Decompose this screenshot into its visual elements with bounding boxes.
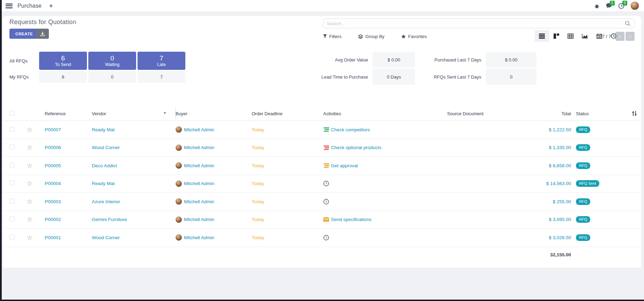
vendor-link[interactable]: Deco Addict	[92, 163, 176, 168]
rfq-table-row[interactable]: ☆ P00006 Wood Corner Mitchell Admin Toda…	[3, 139, 641, 157]
activity-cell[interactable]: Send specifications	[323, 217, 428, 222]
row-checkbox[interactable]	[10, 181, 15, 185]
row-checkbox[interactable]	[10, 235, 15, 240]
buyer-cell[interactable]: Mitchell Admin	[176, 198, 252, 205]
activity-cell[interactable]	[323, 181, 428, 186]
favorite-star-icon[interactable]: ☆	[27, 162, 32, 169]
group-by-button[interactable]: Group By	[358, 34, 384, 39]
buyer-cell[interactable]: Mitchell Admin	[176, 162, 252, 169]
vendor-link[interactable]: Ready Mat	[92, 181, 176, 186]
kpi-my-to-send[interactable]: 6	[39, 71, 87, 83]
activity-view-button[interactable]	[606, 30, 621, 42]
activity-icon[interactable]	[323, 199, 329, 205]
activity-icon[interactable]	[323, 181, 329, 186]
reference-link[interactable]: P00001	[45, 235, 92, 240]
header-total[interactable]: Total	[533, 111, 571, 116]
filters-button[interactable]: Filters	[323, 34, 341, 39]
graph-view-button[interactable]	[578, 30, 592, 42]
rfq-table-row[interactable]: ☆ P00005 Deco Addict Mitchell Admin Toda…	[3, 157, 641, 175]
activity-icon[interactable]	[323, 235, 329, 241]
activity-cell[interactable]: Check competitors	[323, 127, 428, 132]
header-order-deadline[interactable]: Order Deadline	[252, 111, 323, 116]
header-vendor[interactable]: Vendor ▾	[92, 107, 176, 120]
row-checkbox[interactable]	[10, 163, 15, 168]
activities-clock-icon[interactable]: 9	[618, 3, 624, 9]
reference-link[interactable]: P00005	[45, 163, 92, 168]
rfq-table-row[interactable]: ☆ P00007 Ready Mat Mitchell Admin Today …	[3, 121, 641, 139]
search-icon[interactable]	[625, 21, 631, 27]
messages-icon[interactable]: 5	[606, 3, 612, 9]
rfq-table-row[interactable]: ☆ P00002 Gemini Furniture Mitchell Admin…	[3, 211, 641, 229]
list-view-button[interactable]	[535, 30, 549, 42]
vendor-link[interactable]: Ready Mat	[92, 127, 176, 132]
header-status[interactable]: Status	[571, 111, 602, 116]
apps-menu-icon[interactable]	[6, 3, 13, 8]
calendar-view-button[interactable]	[592, 30, 606, 42]
sort-caret-icon: ▾	[164, 111, 166, 115]
export-button[interactable]	[36, 29, 49, 39]
activity-icon[interactable]	[323, 145, 329, 150]
rfq-table-row[interactable]: ☆ P00003 Azure Interior Mitchell Admin T…	[3, 193, 641, 211]
row-checkbox[interactable]	[10, 216, 15, 221]
activity-label[interactable]: Check optional products	[331, 145, 382, 150]
activity-cell[interactable]	[323, 235, 428, 241]
activity-cell[interactable]: Check optional products	[323, 145, 428, 150]
favorite-star-icon[interactable]: ☆	[27, 198, 32, 205]
reference-link[interactable]: P00002	[45, 217, 92, 222]
reference-link[interactable]: P00007	[45, 127, 92, 132]
rfq-table-row[interactable]: ☆ P00004 Ready Mat Mitchell Admin Today …	[3, 175, 641, 193]
row-checkbox[interactable]	[10, 127, 15, 132]
pager-next-button[interactable]: ›	[626, 32, 635, 41]
create-button[interactable]: CREATE	[9, 29, 39, 39]
vendor-link[interactable]: Azure Interior	[92, 199, 176, 204]
kpi-late-card[interactable]: 7 Late	[138, 52, 185, 70]
row-checkbox[interactable]	[10, 199, 15, 204]
reference-link[interactable]: P00006	[45, 145, 92, 150]
search-input[interactable]	[327, 21, 625, 26]
buyer-cell[interactable]: Mitchell Admin	[176, 216, 252, 223]
header-activities[interactable]: Activities	[323, 111, 428, 116]
bug-icon[interactable]	[594, 3, 600, 9]
row-checkbox[interactable]	[10, 145, 15, 149]
reference-link[interactable]: P00004	[45, 181, 92, 186]
rfq-table-row[interactable]: ☆ P00001 Wood Corner Mitchell Admin Toda…	[3, 229, 641, 247]
reference-link[interactable]: P00003	[45, 199, 92, 204]
favorite-star-icon[interactable]: ☆	[27, 144, 32, 151]
buyer-cell[interactable]: Mitchell Admin	[176, 234, 252, 241]
activity-label[interactable]: Get approval	[331, 163, 358, 168]
buyer-cell[interactable]: Mitchell Admin	[176, 145, 252, 151]
activity-cell[interactable]: Get approval	[323, 163, 428, 168]
activity-label[interactable]: Send specifications	[331, 217, 371, 222]
favorite-star-icon[interactable]: ☆	[27, 216, 32, 223]
app-title[interactable]: Purchase	[17, 3, 42, 9]
favorite-star-icon[interactable]: ☆	[27, 234, 32, 241]
search-bar[interactable]	[323, 19, 635, 28]
header-reference[interactable]: Reference	[45, 111, 92, 116]
kpi-my-waiting[interactable]: 0	[88, 71, 136, 83]
vendor-link[interactable]: Wood Corner	[92, 145, 176, 150]
favorite-star-icon[interactable]: ☆	[27, 180, 32, 187]
header-buyer[interactable]: Buyer	[176, 111, 252, 116]
favorites-button[interactable]: Favorites	[401, 34, 427, 39]
vendor-link[interactable]: Wood Corner	[92, 235, 176, 240]
activity-cell[interactable]	[323, 199, 428, 205]
kanban-view-button[interactable]	[549, 30, 563, 42]
activity-icon[interactable]	[323, 163, 329, 168]
favorite-star-icon[interactable]: ☆	[27, 126, 32, 133]
kpi-to-send-card[interactable]: 6 To Send	[39, 52, 87, 70]
kpi-my-late[interactable]: 7	[138, 71, 185, 83]
activity-icon[interactable]	[323, 217, 329, 222]
activity-label[interactable]: Check competitors	[331, 127, 370, 132]
buyer-cell[interactable]: Mitchell Admin	[176, 181, 252, 187]
activity-icon[interactable]	[323, 127, 329, 132]
select-all-checkbox[interactable]	[10, 111, 15, 116]
user-avatar[interactable]	[630, 1, 639, 10]
buyer-cell[interactable]: Mitchell Admin	[176, 126, 252, 133]
vendor-link[interactable]: Gemini Furniture	[92, 217, 176, 222]
pivot-view-button[interactable]	[563, 30, 578, 42]
column-resize-divider[interactable]	[175, 107, 176, 120]
new-tab-button[interactable]: +	[49, 2, 53, 9]
kpi-waiting-card[interactable]: 0 Waiting	[88, 52, 136, 70]
header-source-document[interactable]: Source Document	[428, 111, 533, 116]
optional-columns-icon[interactable]	[602, 111, 637, 116]
